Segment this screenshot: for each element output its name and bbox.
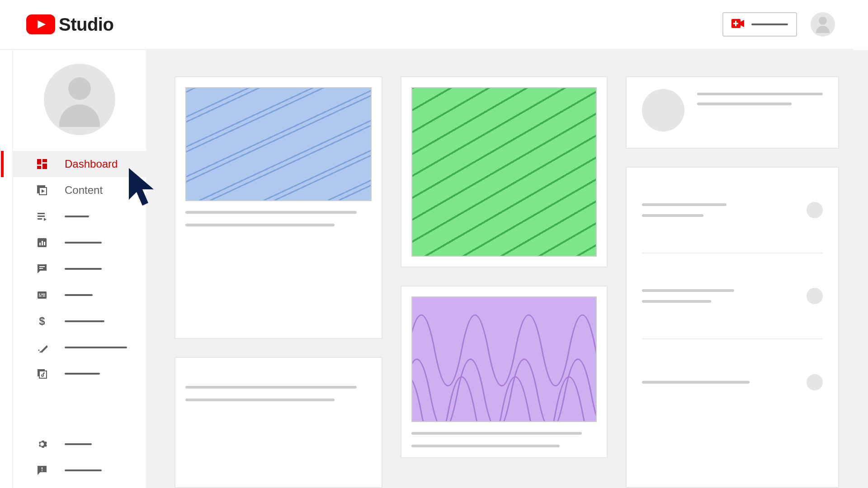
sidebar-item-label xyxy=(65,216,89,217)
studio-logo[interactable]: Studio xyxy=(26,14,113,35)
create-button[interactable] xyxy=(722,12,797,37)
sidebar-item-label: Dashboard xyxy=(65,158,118,170)
svg-marker-16 xyxy=(44,218,47,221)
svg-rect-9 xyxy=(42,164,47,169)
content-icon xyxy=(36,184,48,197)
status-dot xyxy=(807,374,823,390)
sidebar-item-settings[interactable] xyxy=(13,431,146,457)
sidebar-item-label xyxy=(65,469,102,471)
svg-rect-25 xyxy=(42,296,45,296)
dashboard-card-video[interactable] xyxy=(401,76,608,267)
channel-avatar[interactable] xyxy=(44,64,115,135)
svg-rect-14 xyxy=(38,216,45,217)
create-video-icon xyxy=(731,19,744,30)
svg-rect-23 xyxy=(38,291,47,299)
channel-avatar-small xyxy=(642,89,684,131)
list-item[interactable] xyxy=(642,339,823,425)
text-placeholder xyxy=(642,203,726,206)
sidebar-item-label xyxy=(65,294,93,296)
product-name: Studio xyxy=(59,14,113,35)
sidebar-item-label xyxy=(65,347,127,348)
svg-rect-5 xyxy=(733,23,738,24)
subtitles-icon xyxy=(36,289,48,301)
sidebar-item-analytics[interactable] xyxy=(13,230,146,256)
text-placeholder xyxy=(642,214,703,217)
text-placeholder xyxy=(642,300,711,303)
list-item[interactable] xyxy=(642,253,823,339)
magic-icon xyxy=(36,341,48,354)
dashboard-card-video[interactable] xyxy=(401,286,608,458)
svg-rect-18 xyxy=(39,243,41,245)
gear-icon xyxy=(36,438,48,450)
svg-point-34 xyxy=(41,443,43,446)
list-item[interactable] xyxy=(642,168,823,253)
sidebar-item-audio[interactable] xyxy=(13,361,146,387)
comments-icon xyxy=(36,263,48,275)
sidebar-item-customization[interactable] xyxy=(13,334,146,361)
sidebar-item-label xyxy=(65,320,104,322)
dashboard-card[interactable] xyxy=(175,357,382,488)
video-thumbnail xyxy=(411,87,597,257)
video-thumbnail xyxy=(411,296,597,422)
create-button-label xyxy=(751,23,788,25)
svg-point-30 xyxy=(38,350,40,351)
svg-marker-3 xyxy=(741,20,744,27)
svg-rect-7 xyxy=(42,159,47,162)
svg-text:$: $ xyxy=(39,316,45,327)
sidebar-item-label xyxy=(65,373,100,375)
audio-icon xyxy=(36,367,48,380)
youtube-icon xyxy=(26,14,55,34)
dashboard-main xyxy=(147,50,868,488)
sidebar-item-feedback[interactable] xyxy=(13,457,146,483)
svg-rect-35 xyxy=(42,467,42,469)
svg-rect-29 xyxy=(40,345,47,353)
text-placeholder xyxy=(411,445,560,447)
dollar-icon: $ xyxy=(36,315,48,328)
svg-rect-13 xyxy=(38,213,45,214)
analytics-icon xyxy=(36,236,48,249)
dashboard-list-card xyxy=(626,167,839,488)
text-placeholder xyxy=(185,224,335,226)
svg-rect-36 xyxy=(42,470,42,471)
header-bar: Studio xyxy=(0,0,853,50)
account-avatar[interactable] xyxy=(811,12,835,37)
feedback-icon xyxy=(36,464,48,477)
svg-rect-8 xyxy=(37,166,41,169)
sidebar-item-content[interactable]: Content xyxy=(13,177,146,203)
sidebar-item-label xyxy=(65,268,102,270)
svg-rect-24 xyxy=(39,296,42,296)
sidebar-item-comments[interactable] xyxy=(13,256,146,282)
text-placeholder xyxy=(697,93,823,95)
text-placeholder xyxy=(642,289,734,292)
svg-rect-6 xyxy=(37,159,41,164)
svg-rect-26 xyxy=(39,294,40,295)
text-placeholder xyxy=(411,432,582,435)
sidebar-item-label: Content xyxy=(65,184,103,197)
svg-rect-19 xyxy=(42,241,43,245)
svg-point-31 xyxy=(40,352,41,353)
sidebar-item-label xyxy=(65,242,102,244)
text-placeholder xyxy=(185,399,335,401)
dashboard-card-video[interactable] xyxy=(175,76,382,339)
svg-rect-27 xyxy=(41,294,45,295)
text-placeholder xyxy=(642,381,750,384)
sidebar: Dashboard Content xyxy=(13,50,147,488)
text-placeholder xyxy=(185,211,357,214)
status-dot xyxy=(807,288,823,304)
dashboard-channel-card[interactable] xyxy=(626,76,839,149)
sidebar-item-dashboard[interactable]: Dashboard xyxy=(13,151,146,177)
status-dot xyxy=(807,202,823,218)
text-placeholder xyxy=(697,103,792,105)
sidebar-item-label xyxy=(65,443,92,445)
svg-rect-21 xyxy=(39,266,45,267)
sidebar-item-monetization[interactable]: $ xyxy=(13,308,146,334)
sidebar-item-playlists[interactable] xyxy=(13,203,146,230)
video-thumbnail xyxy=(185,87,372,201)
dashboard-icon xyxy=(36,158,48,170)
text-placeholder xyxy=(185,386,357,389)
svg-rect-15 xyxy=(38,218,42,220)
svg-rect-22 xyxy=(39,268,43,269)
svg-rect-20 xyxy=(44,242,45,245)
playlist-icon xyxy=(36,210,48,223)
sidebar-item-subtitles[interactable] xyxy=(13,282,146,308)
